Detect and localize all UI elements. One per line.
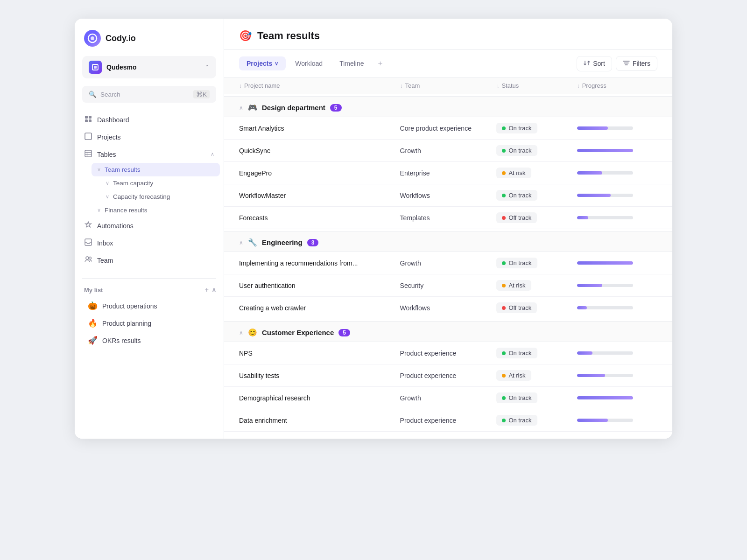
progress-bar-wrap [577,261,633,265]
table-row[interactable]: Forecasts Templates Off track [224,207,672,229]
sidebar-item-team-results[interactable]: ∨ Team results [92,163,220,176]
inbox-icon [84,238,92,247]
progress-bar-wrap [577,351,633,355]
sidebar-item-automations[interactable]: Automations [78,217,220,234]
col-header-progress[interactable]: ↓ Progress [577,82,657,89]
row-status: On track [496,348,577,358]
my-list-item-okrs-results[interactable]: 🚀OKRs results [78,332,220,349]
row-progress [577,149,657,152]
row-progress [577,351,657,355]
workspace-selector[interactable]: Qudesmo ⌃ [82,56,216,78]
status-dot-icon [502,149,506,153]
group-toggle-engineering[interactable]: ∧ [239,239,243,246]
status-label: On track [508,259,531,266]
row-project-name: User authentication [239,282,400,289]
status-label: On track [508,125,531,132]
my-list-emoji-product-operations: 🎃 [88,301,98,311]
my-list-item-product-planning[interactable]: 🔥Product planning [78,315,220,332]
group-icon-engineering: 🔧 [248,238,257,247]
progress-bar-wrap [577,306,633,309]
my-list-collapse-icon[interactable]: ∧ [211,286,216,294]
col-header-status[interactable]: ↓ Status [496,82,577,89]
table-row[interactable]: EngagePro Enterprise At risk [224,162,672,184]
workspace-name: Qudesmo [106,63,200,71]
col-header-project-name[interactable]: ↓ Project name [239,82,400,89]
progress-bar-fill [577,284,602,287]
row-status: On track [496,123,577,133]
col-label-progress: Progress [582,82,606,89]
table-row[interactable]: User authentication Security At risk [224,274,672,297]
status-label: On track [508,394,531,401]
sidebar-item-projects[interactable]: Projects [78,128,220,146]
tab-timeline-label: Timeline [339,60,364,67]
sidebar-item-finance-results[interactable]: ∨ Finance results [92,203,220,217]
tab-timeline[interactable]: Timeline [332,56,371,70]
tab-projects[interactable]: Projects ∨ [239,56,286,70]
row-team: Enterprise [400,169,497,177]
status-label: At risk [508,282,525,289]
table-row[interactable]: Data enrichment Product experience On tr… [224,409,672,432]
sidebar-item-capacity-forecasting[interactable]: ∨ Capacity forecasting [100,190,220,203]
progress-bar-fill [577,149,633,152]
table-row[interactable]: Implementing a recommendations from... G… [224,252,672,274]
table-row[interactable]: WorkflowMaster Workflows On track [224,184,672,207]
progress-bar-fill [577,216,588,219]
team-capacity-toggle-icon: ∨ [106,180,109,186]
search-bar[interactable]: 🔍 Search ⌘K [82,86,216,103]
col-sort-arrow-team: ↓ [400,83,403,89]
svg-rect-13 [85,239,92,245]
group-icon-customer-experience: 😊 [248,328,257,337]
row-progress [577,261,657,265]
workspace-chevron-icon: ⌃ [205,64,210,70]
status-dot-icon [502,306,506,310]
row-team: Templates [400,214,497,222]
row-project-name: Data enrichment [239,417,400,424]
table-row[interactable]: Smart Analytics Core product experience … [224,117,672,140]
nav-section: Dashboard Projects Tables ∧ ∨ Team resul [75,111,224,269]
row-team: Growth [400,259,497,267]
group-toggle-customer-experience[interactable]: ∧ [239,329,243,336]
row-status: On track [496,145,577,156]
row-progress [577,194,657,197]
status-label: On track [508,350,531,357]
svg-rect-5 [89,116,92,119]
status-label: Off track [508,214,531,221]
group-badge-engineering: 3 [307,239,319,246]
my-list-label-okrs-results: OKRs results [102,337,141,344]
progress-bar-fill [577,306,587,309]
sidebar-item-team[interactable]: Team [78,252,220,269]
progress-bar-wrap [577,419,633,422]
automations-icon [84,221,92,230]
progress-bar-wrap [577,284,633,287]
logo-text: Cody.io [106,34,136,43]
group-row-engineering: ∧ 🔧 Engineering 3 [224,231,672,252]
table-row[interactable]: QuickSync Growth On track [224,140,672,162]
col-sort-arrow-progress: ↓ [577,83,580,89]
table-row[interactable]: NPS Product experience On track [224,342,672,364]
sidebar-item-dashboard[interactable]: Dashboard [78,111,220,128]
sidebar-item-team-capacity[interactable]: ∨ Team capacity [100,176,220,190]
table-row[interactable]: Usability tests Product experience At ri… [224,364,672,387]
sidebar-item-label-automations: Automations [97,222,134,230]
group-icon-design-department: 🎮 [248,103,257,112]
table-row[interactable]: Demographical research Growth On track [224,387,672,409]
row-status: On track [496,190,577,201]
group-toggle-design-department[interactable]: ∧ [239,105,243,111]
sidebar-item-label-team-results: Team results [105,166,141,173]
sidebar-item-tables[interactable]: Tables ∧ [78,146,220,163]
toolbar-right: Sort Filters [577,56,657,71]
app-logo: Cody.io [75,30,224,56]
tab-workload[interactable]: Workload [288,56,330,70]
group-name-design-department: Design department [262,104,325,112]
sort-button[interactable]: Sort [577,56,612,71]
row-project-name: WorkflowMaster [239,192,400,199]
status-dot-icon [502,171,506,175]
filter-button[interactable]: Filters [616,56,657,71]
table-row[interactable]: Creating a web crawler Workflows Off tra… [224,297,672,319]
status-dot-icon [502,351,506,355]
my-list-add-icon[interactable]: + [205,286,209,294]
sidebar-item-inbox[interactable]: Inbox [78,234,220,252]
col-header-team[interactable]: ↓ Team [400,82,497,89]
tab-add-button[interactable]: + [374,56,388,71]
my-list-item-product-operations[interactable]: 🎃Product operations [78,297,220,315]
